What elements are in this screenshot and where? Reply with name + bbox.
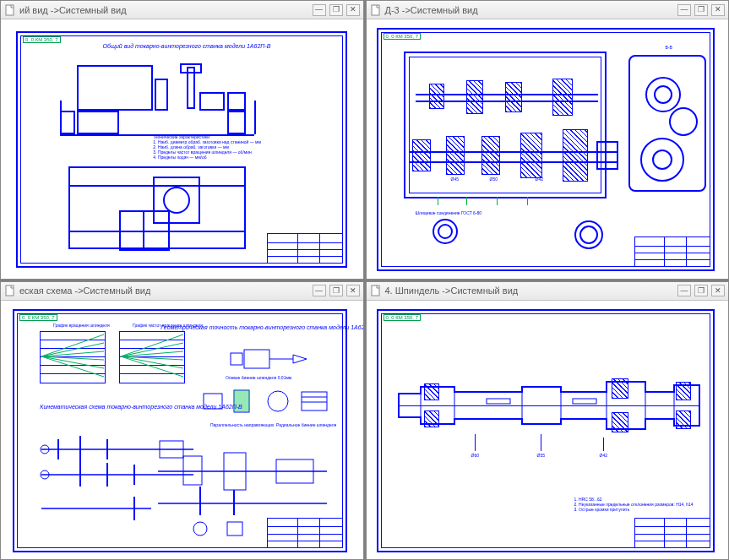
titlebar: Д-3 ->Системный вид — ❐ ✕: [367, 1, 729, 19]
minimize-button[interactable]: —: [313, 4, 326, 16]
title1: Геометрическая точность токарно-винторез…: [160, 324, 362, 330]
pane-kinematic: еская схема ->Системный вид — ❐ ✕ 0, 0 К…: [0, 281, 364, 561]
close-button[interactable]: ✕: [711, 285, 725, 296]
window-title: 4. Шпиндель ->Системный вид: [385, 285, 519, 296]
svg-line-14: [121, 356, 183, 377]
feed-scheme: [150, 438, 335, 546]
drawing-canvas[interactable]: 0, 0 КМ 350, 7 Общий вид токарно-винторе…: [1, 19, 363, 279]
tech-notes: Технические характеристики 1. Наиб. диам…: [153, 134, 261, 160]
window-title: Д-3 ->Системный вид: [385, 5, 478, 15]
title2: Кинематическая схема токарно-винторезног…: [40, 404, 242, 410]
svg-line-9: [121, 334, 183, 356]
spindle-shaft: [395, 362, 705, 451]
tech-notes: 1. HRC 58...62 2. Неуказанные предельные…: [574, 497, 694, 512]
aux-label: В-В: [666, 45, 672, 50]
svg-line-4: [41, 343, 104, 356]
coord-readout: 0, 0 КМ 350, 7: [384, 33, 422, 40]
svg-line-7: [41, 356, 104, 368]
svg-line-5: [41, 351, 104, 356]
svg-rect-19: [204, 394, 222, 409]
title-block: [634, 518, 710, 548]
heading2: График частот вращения шпинделя: [133, 323, 203, 328]
close-button[interactable]: ✕: [346, 4, 360, 16]
speed-graph-1: [40, 331, 106, 383]
drawing-canvas[interactable]: 0, 0 КМ 350, 7: [367, 301, 729, 560]
minimize-button[interactable]: —: [677, 4, 691, 16]
svg-line-6: [41, 356, 104, 360]
dim: Ø50: [490, 177, 498, 182]
svg-rect-21: [234, 390, 249, 412]
runout-icons: [200, 385, 335, 419]
svg-line-11: [121, 351, 183, 356]
svg-rect-42: [224, 453, 246, 490]
pane-spindle: 4. Шпиндель ->Системный вид — ❐ ✕ 0, 0 К…: [366, 281, 730, 561]
svg-point-38: [41, 470, 49, 479]
svg-line-8: [41, 356, 104, 377]
document-icon: [370, 4, 382, 16]
svg-rect-43: [276, 459, 313, 483]
svg-rect-23: [302, 392, 327, 410]
dim: Ø60: [471, 453, 479, 458]
svg-rect-56: [487, 399, 510, 404]
dim: Ø42: [536, 177, 543, 182]
pane-d3: Д-3 ->Системный вид — ❐ ✕ 0, 0 КМ 350, 7: [366, 0, 730, 280]
svg-rect-36: [160, 441, 183, 458]
title-block: [634, 237, 710, 267]
titlebar: еская схема ->Системный вид — ❐ ✕: [1, 282, 363, 301]
title-block: [267, 518, 343, 548]
dim: Ø45: [451, 177, 459, 182]
close-button[interactable]: ✕: [711, 4, 725, 16]
window-title: ий вид ->Системный вид: [19, 5, 127, 15]
svg-rect-15: [231, 353, 242, 365]
svg-rect-47: [227, 522, 242, 536]
title-block: [267, 233, 343, 264]
label-parall: Параллельность направляющих: [210, 422, 274, 427]
close-button[interactable]: ✕: [346, 285, 360, 296]
dim: Ø55: [537, 453, 545, 458]
speed-graph-2: [119, 331, 185, 383]
pane-general-view: ий вид ->Системный вид — ❐ ✕ 0, 0 КМ 350…: [0, 0, 364, 280]
document-icon: [4, 285, 16, 296]
coord-readout: 0, 0 КМ 350, 7: [384, 314, 422, 321]
coord-readout: 0, 0 КМ 350, 7: [23, 36, 61, 43]
maximize-button[interactable]: ❐: [694, 285, 708, 296]
svg-point-22: [268, 391, 288, 411]
maximize-button[interactable]: ❐: [694, 4, 708, 16]
minimize-button[interactable]: —: [677, 285, 691, 296]
drawing-canvas[interactable]: 0, 0 КМ 350, 7 Ø45 Ø: [367, 19, 729, 279]
svg-point-37: [41, 445, 49, 454]
titlebar: 4. Шпиндель ->Системный вид — ❐ ✕: [367, 282, 729, 301]
coord-readout: 0, 0 КМ 350, 7: [19, 314, 57, 321]
dim: Ø42: [600, 453, 607, 458]
maximize-button[interactable]: ❐: [329, 4, 343, 16]
window-title: еская схема ->Системный вид: [19, 285, 150, 296]
accuracy-icons: [226, 338, 318, 385]
sec-note: Шлицевое соединение ГОСТ 6-80: [416, 210, 482, 215]
svg-rect-20: [234, 390, 249, 412]
drawing-title: Общий вид токарно-винторезного станка мо…: [103, 43, 271, 49]
minimize-button[interactable]: —: [313, 285, 326, 296]
document-icon: [4, 4, 16, 16]
svg-point-46: [193, 522, 207, 536]
svg-rect-0: [6, 5, 14, 15]
maximize-button[interactable]: ❐: [329, 285, 343, 296]
document-icon: [370, 285, 382, 296]
svg-rect-57: [573, 399, 596, 404]
svg-line-12: [121, 356, 183, 360]
svg-rect-48: [372, 285, 379, 296]
svg-rect-41: [183, 456, 202, 485]
svg-line-10: [121, 343, 183, 356]
label-radial: Радиальное биение шпинделя: [276, 422, 336, 427]
svg-marker-18: [293, 355, 307, 363]
label-axial: Осевое биение шпинделя 0,01мм: [226, 375, 291, 380]
svg-rect-16: [244, 350, 269, 368]
svg-line-13: [121, 356, 183, 368]
svg-rect-1: [372, 5, 379, 15]
drawing-canvas[interactable]: 0, 0 КМ 350, 7 График вращения шпинделя …: [1, 301, 363, 560]
svg-line-3: [41, 334, 104, 356]
kinematic-scheme: [33, 424, 202, 542]
heading1: График вращения шпинделя: [53, 323, 110, 328]
svg-rect-2: [6, 285, 14, 296]
titlebar: ий вид ->Системный вид — ❐ ✕: [1, 1, 363, 19]
